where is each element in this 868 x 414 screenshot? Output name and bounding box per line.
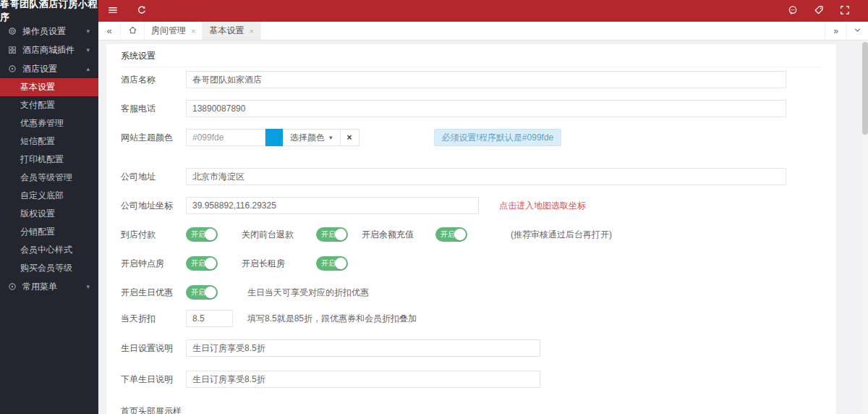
- home-icon: [128, 25, 137, 37]
- tab-basic-settings[interactable]: 基本设置 ×: [203, 22, 260, 40]
- pay-at-hotel-toggle[interactable]: 开启: [186, 227, 218, 242]
- scrollbar-thumb[interactable]: [862, 42, 868, 135]
- chevron-down-icon: ▾: [86, 46, 90, 54]
- topbar-right-icons: [780, 0, 868, 22]
- tabs-scroll-left-button[interactable]: «: [98, 22, 120, 40]
- tab-room-management[interactable]: 房间管理 ×: [145, 22, 203, 40]
- form-row-company-address: 公司地址: [121, 168, 822, 185]
- pay-at-hotel-label: 到店付款: [121, 226, 186, 243]
- clear-color-button[interactable]: ×: [340, 130, 359, 145]
- sidebar-item-operator-settings[interactable]: 操作员设置 ▾: [0, 22, 98, 41]
- theme-color-input[interactable]: [186, 129, 265, 146]
- sidebar-subitem-distribution-config[interactable]: 分销配置: [0, 223, 98, 241]
- day-discount-label: 当天折扣: [121, 310, 186, 327]
- sidebar-item-label: 酒店商城插件: [22, 44, 86, 56]
- hourly-room-toggle[interactable]: 开启: [186, 256, 218, 271]
- color-picker-controls: 选择颜色▾ ×: [283, 129, 359, 146]
- birthday-desc-input[interactable]: [186, 339, 540, 357]
- caret-down-icon: ▾: [329, 134, 333, 141]
- circle-dot-icon: [8, 282, 17, 291]
- collapse-sidebar-button[interactable]: [98, 0, 127, 22]
- color-swatch[interactable]: [265, 129, 283, 146]
- close-refund-label: 关闭前台退款: [242, 229, 316, 241]
- theme-color-label: 网站主题颜色: [121, 129, 186, 146]
- form-row-room-toggles: 开启钟点房 开启 开启长租房 开启: [121, 255, 822, 272]
- home-tab-button[interactable]: [120, 22, 145, 40]
- sidebar-subitem-buy-member-level[interactable]: 购买会员等级: [0, 259, 98, 277]
- company-coords-label: 公司地址坐标: [121, 197, 186, 214]
- birthday-desc-label: 生日设置说明: [121, 339, 186, 357]
- content-area: 系统设置 酒店名称 客服电话 网站主题颜色: [98, 41, 868, 414]
- close-refund-toggle[interactable]: 开启: [316, 227, 348, 242]
- hotel-name-input[interactable]: [186, 71, 786, 88]
- sidebar-subitem-member-center-style[interactable]: 会员中心样式: [0, 241, 98, 259]
- order-birthday-desc-label: 下单生日说明: [121, 371, 186, 388]
- service-phone-input[interactable]: [186, 100, 786, 117]
- sidebar-subitem-printer-config[interactable]: 打印机配置: [0, 151, 98, 169]
- order-birthday-desc-input[interactable]: [186, 371, 540, 388]
- sidebar-subitem-basic-settings[interactable]: 基本设置: [0, 78, 98, 96]
- chevron-down-icon: ▾: [86, 283, 90, 290]
- birthday-discount-label: 开启生日优惠: [121, 284, 186, 301]
- sidebar-subitem-copyright-settings[interactable]: 版权设置: [0, 205, 98, 223]
- tabs-scroll-right-button[interactable]: »: [825, 22, 846, 40]
- sidebar-item-common-menu[interactable]: 常用菜单 ▾: [0, 277, 98, 296]
- gear-icon: [8, 27, 17, 35]
- chevron-up-icon: ▴: [86, 65, 90, 72]
- sidebar-subitem-payment-config[interactable]: 支付配置: [0, 96, 98, 114]
- chevron-down-icon: ▾: [86, 28, 90, 35]
- form-row-birthday-toggle: 开启生日优惠 开启 生日当天可享受对应的折扣优惠: [121, 284, 822, 301]
- choose-color-button[interactable]: 选择颜色▾: [283, 130, 340, 145]
- top-bar: 春哥团队酒店订房小程序: [0, 0, 868, 22]
- scrollbar-track[interactable]: [862, 41, 868, 414]
- company-coords-input[interactable]: [186, 197, 479, 214]
- refresh-button[interactable]: [127, 0, 156, 22]
- sidebar-item-label: 常用菜单: [22, 281, 86, 293]
- plugin-icon: [8, 46, 17, 54]
- sidebar-subitem-custom-footer[interactable]: 自定义底部: [0, 187, 98, 205]
- company-address-input[interactable]: [186, 168, 786, 185]
- close-icon[interactable]: ×: [191, 27, 195, 35]
- form-row-birthday-desc: 生日设置说明: [121, 339, 822, 357]
- toggle-knob: [335, 258, 346, 269]
- sidebar-item-hotel-mall-plugin[interactable]: 酒店商城插件 ▾: [0, 41, 98, 59]
- hourly-room-label: 开启钟点房: [121, 255, 186, 272]
- long-rent-label: 开启长租房: [242, 258, 316, 270]
- circle-settings-icon: [8, 64, 17, 73]
- birthday-discount-toggle[interactable]: 开启: [186, 285, 218, 300]
- form-row-header-style: 首页头部展示样式 默认： 第二版：: [121, 402, 822, 414]
- sidebar-subitem-coupon-management[interactable]: 优惠券管理: [0, 114, 98, 132]
- tag-button[interactable]: [806, 0, 832, 22]
- tab-options-button[interactable]: [846, 22, 868, 40]
- toggle-knob: [454, 229, 466, 240]
- toggle-state-label: 开启: [191, 231, 205, 238]
- toggle-state-label: 开启: [191, 289, 205, 296]
- sidebar-item-hotel-settings[interactable]: 酒店设置 ▴: [0, 59, 98, 78]
- balance-recharge-toggle[interactable]: 开启: [435, 227, 467, 242]
- hotel-settings-submenu: 基本设置 支付配置 优惠券管理 短信配置 打印机配置 会员等级管理 自定义底部 …: [0, 78, 98, 277]
- toggle-state-label: 开启: [191, 260, 205, 267]
- message-button[interactable]: [780, 0, 806, 22]
- toggle-state-label: 开启: [321, 231, 336, 238]
- sidebar-subitem-sms-config[interactable]: 短信配置: [0, 132, 98, 151]
- toggle-knob: [335, 229, 346, 240]
- recharge-note: (推荐审核通过后台再打开): [511, 229, 612, 241]
- form-row-order-birthday-desc: 下单生日说明: [121, 371, 822, 388]
- toggle-knob: [205, 287, 216, 298]
- sidebar-subitem-member-level-management[interactable]: 会员等级管理: [0, 169, 98, 187]
- long-rent-toggle[interactable]: 开启: [316, 256, 348, 271]
- service-phone-label: 客服电话: [121, 100, 186, 117]
- day-discount-input[interactable]: [186, 310, 233, 327]
- fullscreen-button[interactable]: [832, 0, 858, 22]
- choose-color-label: 选择颜色: [290, 132, 325, 144]
- map-pick-link[interactable]: 点击进入地图选取坐标: [499, 200, 586, 212]
- toggle-knob: [205, 258, 216, 269]
- tab-bar: « 房间管理 × 基本设置 × »: [98, 22, 868, 41]
- main-area: « 房间管理 × 基本设置 × » 系统设置: [98, 22, 868, 414]
- toggle-state-label: 开启: [441, 231, 455, 238]
- sidebar-item-label: 操作员设置: [22, 25, 86, 38]
- sidebar-item-label: 酒店设置: [22, 63, 86, 75]
- close-icon[interactable]: ×: [249, 27, 253, 35]
- form-row-service-phone: 客服电话: [121, 100, 822, 117]
- section-title: 系统设置: [121, 44, 822, 67]
